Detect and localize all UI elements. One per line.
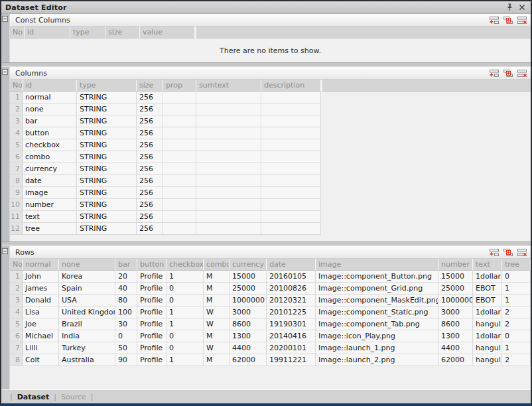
cell-size[interactable]: 256: [137, 211, 163, 223]
cell-type[interactable]: STRING: [77, 103, 137, 115]
cell-type[interactable]: STRING: [77, 92, 137, 103]
cell-sumtext[interactable]: [196, 92, 261, 103]
cell-size[interactable]: 256: [137, 151, 163, 163]
cell-button[interactable]: Profile: [137, 342, 166, 354]
cell-size[interactable]: 256: [137, 139, 163, 151]
cell-text[interactable]: hangul: [473, 342, 502, 354]
cell-date[interactable]: 19190301: [267, 318, 316, 330]
cell-sumtext[interactable]: [196, 115, 261, 127]
row-number-cell[interactable]: 12: [10, 223, 23, 235]
cell-none[interactable]: India: [59, 330, 115, 342]
cell-number[interactable]: 15000: [438, 271, 473, 283]
column-header-currency[interactable]: currency: [230, 259, 267, 271]
cell-combo[interactable]: W: [204, 318, 230, 330]
column-header-no[interactable]: No: [10, 27, 25, 38]
cell-combo[interactable]: M: [204, 283, 230, 295]
column-header-text[interactable]: text: [473, 259, 502, 271]
cell-checkbox[interactable]: 0: [166, 342, 204, 354]
cell-description[interactable]: [261, 127, 321, 139]
cell-id[interactable]: combo: [23, 151, 77, 163]
cell-number[interactable]: 25000: [438, 283, 473, 295]
cell-type[interactable]: STRING: [77, 163, 137, 175]
cell-description[interactable]: [261, 199, 321, 211]
cell-size[interactable]: 256: [137, 187, 163, 199]
cell-sumtext[interactable]: [196, 223, 261, 235]
cell-normal[interactable]: Colt: [23, 354, 59, 366]
cell-text[interactable]: 1dollar: [473, 271, 502, 283]
cell-description[interactable]: [261, 92, 321, 103]
cell-description[interactable]: [261, 115, 321, 127]
column-header-bar[interactable]: bar: [115, 259, 137, 271]
cell-tree[interactable]: 2: [502, 318, 531, 330]
cell-text[interactable]: hangul: [473, 318, 502, 330]
cell-date[interactable]: 20160105: [267, 271, 316, 283]
row-number-cell[interactable]: 4: [10, 127, 23, 139]
cell-size[interactable]: 256: [137, 223, 163, 235]
cell-currency[interactable]: 1300: [230, 330, 267, 342]
row-number-cell[interactable]: 4: [10, 306, 23, 318]
cell-text[interactable]: EBOT: [473, 283, 502, 295]
add-row-button[interactable]: [488, 15, 500, 25]
column-header-id[interactable]: id: [25, 27, 70, 38]
column-header-size[interactable]: size: [137, 80, 163, 92]
column-header-sumtext[interactable]: sumtext: [196, 80, 261, 92]
row-number-cell[interactable]: 2: [10, 283, 23, 295]
cell-sumtext[interactable]: [196, 103, 261, 115]
delete-row-button[interactable]: [515, 68, 528, 78]
row-number-cell[interactable]: 3: [10, 295, 23, 306]
insert-row-button[interactable]: [501, 68, 514, 78]
column-header-type[interactable]: type: [77, 80, 137, 92]
cell-description[interactable]: [261, 103, 321, 115]
column-header-description[interactable]: description: [261, 80, 321, 92]
add-row-button[interactable]: [488, 247, 500, 257]
cell-image[interactable]: Image::icon_Play.png: [316, 330, 438, 342]
row-number-cell[interactable]: 6: [10, 330, 23, 342]
cell-sumtext[interactable]: [196, 151, 261, 163]
cell-bar[interactable]: 30: [115, 318, 137, 330]
add-row-button[interactable]: [488, 68, 500, 78]
cell-sumtext[interactable]: [196, 187, 261, 199]
cell-text[interactable]: 1dollar: [473, 330, 502, 342]
cell-bar[interactable]: 20: [115, 271, 137, 283]
cell-type[interactable]: STRING: [77, 139, 137, 151]
cell-normal[interactable]: Michael: [23, 330, 59, 342]
cell-size[interactable]: 256: [137, 92, 163, 103]
cell-none[interactable]: Brazil: [59, 318, 115, 330]
column-header-number[interactable]: number: [438, 259, 473, 271]
cell-combo[interactable]: M: [204, 295, 230, 306]
cell-image[interactable]: Image::component_Tab.png: [316, 318, 438, 330]
cell-number[interactable]: 62000: [438, 354, 473, 366]
column-header-type[interactable]: type: [70, 27, 105, 38]
cell-bar[interactable]: 50: [115, 342, 137, 354]
cell-prop[interactable]: [163, 211, 196, 223]
cell-id[interactable]: date: [23, 175, 77, 187]
column-header-normal[interactable]: normal: [23, 259, 59, 271]
cell-size[interactable]: 256: [137, 127, 163, 139]
cell-checkbox[interactable]: 1: [166, 271, 204, 283]
cell-button[interactable]: Profile: [137, 330, 166, 342]
cell-sumtext[interactable]: [196, 199, 261, 211]
cell-checkbox[interactable]: 0: [166, 283, 204, 295]
column-header-value[interactable]: value: [140, 27, 195, 38]
cell-id[interactable]: none: [23, 103, 77, 115]
cell-prop[interactable]: [163, 115, 196, 127]
cell-none[interactable]: Turkey: [59, 342, 115, 354]
cell-bar[interactable]: 0: [115, 330, 137, 342]
cell-button[interactable]: Profile: [137, 271, 166, 283]
cell-prop[interactable]: [163, 187, 196, 199]
cell-type[interactable]: STRING: [77, 127, 137, 139]
cell-image[interactable]: Image::component_Button.png: [316, 271, 438, 283]
insert-row-button[interactable]: [501, 247, 514, 257]
row-number-cell[interactable]: 9: [10, 187, 23, 199]
cell-description[interactable]: [261, 187, 321, 199]
cell-tree[interactable]: 2: [502, 354, 531, 366]
cell-button[interactable]: Profile: [137, 354, 166, 366]
cell-currency[interactable]: 62000: [230, 354, 267, 366]
insert-row-button[interactable]: [501, 15, 514, 25]
column-header-tree[interactable]: tree: [502, 259, 531, 271]
cell-description[interactable]: [261, 151, 321, 163]
cell-tree[interactable]: 1: [502, 342, 531, 354]
cell-size[interactable]: 256: [137, 163, 163, 175]
cell-prop[interactable]: [163, 175, 196, 187]
cell-date[interactable]: 20101225: [267, 306, 316, 318]
